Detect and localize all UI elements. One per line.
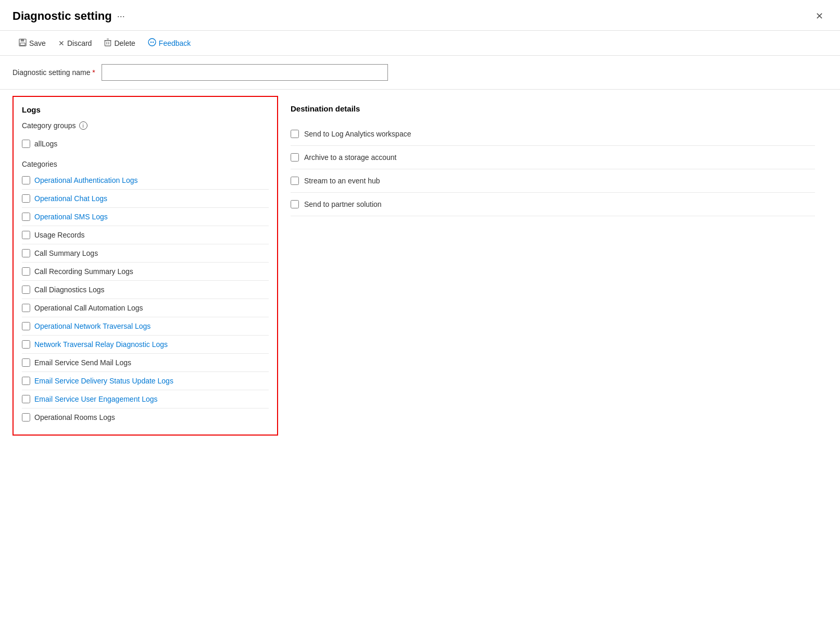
category-checkbox[interactable]	[22, 395, 30, 403]
category-item: Operational Authentication Logs	[22, 171, 269, 190]
category-checkbox[interactable]	[22, 267, 30, 276]
category-item: Call Recording Summary Logs	[22, 263, 269, 281]
category-checkbox[interactable]	[22, 249, 30, 257]
destination-checkbox[interactable]	[291, 177, 299, 185]
category-item: Operational Network Traversal Logs	[22, 317, 269, 336]
setting-name-label: Diagnostic setting name *	[12, 68, 95, 77]
category-label: Usage Records	[34, 231, 85, 239]
destination-label: Archive to a storage account	[304, 153, 396, 162]
page-container: Diagnostic setting ··· ✕ Save ✕ Discard	[0, 0, 840, 436]
setting-name-input[interactable]	[102, 64, 388, 81]
category-checkbox[interactable]	[22, 340, 30, 349]
toolbar: Save ✕ Discard Delete	[0, 31, 840, 56]
category-item: Email Service Delivery Status Update Log…	[22, 372, 269, 390]
required-star: *	[92, 68, 95, 77]
category-checkbox[interactable]	[22, 176, 30, 184]
category-item: Email Service Send Mail Logs	[22, 354, 269, 372]
destination-label: Stream to an event hub	[304, 177, 380, 185]
category-group-item: allLogs	[22, 135, 269, 153]
destination-panel: Destination details Send to Log Analytic…	[278, 96, 828, 436]
destination-panel-title: Destination details	[291, 104, 815, 113]
categories-header: Categories	[22, 160, 269, 168]
header: Diagnostic setting ··· ✕	[0, 0, 840, 31]
category-label: Email Service Delivery Status Update Log…	[34, 377, 173, 385]
header-left: Diagnostic setting ···	[12, 9, 125, 23]
category-item: Operational SMS Logs	[22, 208, 269, 226]
category-groups-label: Category groups	[22, 121, 76, 130]
destination-item: Stream to an event hub	[291, 169, 815, 193]
category-checkbox[interactable]	[22, 358, 30, 367]
destination-list: Send to Log Analytics workspace Archive …	[291, 122, 815, 216]
category-item: Network Traversal Relay Diagnostic Logs	[22, 336, 269, 354]
setting-name-row: Diagnostic setting name *	[0, 56, 840, 90]
category-label: Network Traversal Relay Diagnostic Logs	[34, 340, 168, 349]
save-label: Save	[29, 39, 46, 47]
category-item: Operational Call Automation Logs	[22, 299, 269, 317]
svg-point-9	[151, 42, 152, 43]
destination-label: Send to Log Analytics workspace	[304, 130, 411, 138]
logs-panel: Logs Category groups i allLogs Categorie…	[12, 96, 278, 436]
delete-button[interactable]: Delete	[98, 35, 141, 51]
categories-list: Operational Authentication Logs Operatio…	[22, 171, 269, 426]
save-button[interactable]: Save	[12, 35, 52, 51]
category-groups-list: allLogs	[22, 135, 269, 153]
main-content: Logs Category groups i allLogs Categorie…	[0, 90, 840, 436]
destination-checkbox[interactable]	[291, 153, 299, 162]
category-checkbox[interactable]	[22, 377, 30, 385]
logs-panel-title: Logs	[22, 105, 269, 114]
category-label: Email Service User Engagement Logs	[34, 395, 158, 403]
ellipsis-icon[interactable]: ···	[117, 11, 125, 22]
page-title: Diagnostic setting	[12, 9, 112, 23]
category-item: Call Summary Logs	[22, 244, 269, 263]
category-label: Call Diagnostics Logs	[34, 286, 105, 294]
category-checkbox[interactable]	[22, 213, 30, 221]
category-checkbox[interactable]	[22, 194, 30, 203]
categories-section: Categories Operational Authentication Lo…	[22, 160, 269, 426]
destination-item: Send to partner solution	[291, 193, 815, 216]
category-checkbox[interactable]	[22, 286, 30, 294]
category-checkbox[interactable]	[22, 413, 30, 421]
category-label: Operational SMS Logs	[34, 213, 108, 221]
category-label: Operational Chat Logs	[34, 194, 107, 203]
svg-rect-2	[20, 43, 25, 45]
category-checkbox[interactable]	[22, 231, 30, 239]
close-button[interactable]: ✕	[811, 8, 828, 24]
category-item: Usage Records	[22, 226, 269, 244]
svg-point-8	[148, 39, 156, 46]
destination-label: Send to partner solution	[304, 200, 382, 208]
discard-icon: ✕	[58, 39, 65, 47]
category-label: Email Service Send Mail Logs	[34, 358, 131, 367]
destination-checkbox[interactable]	[291, 130, 299, 138]
category-item: Operational Chat Logs	[22, 190, 269, 208]
feedback-label: Feedback	[159, 39, 191, 47]
category-label: Operational Network Traversal Logs	[34, 322, 151, 330]
category-groups-header: Category groups i	[22, 121, 269, 130]
category-item: Email Service User Engagement Logs	[22, 390, 269, 408]
feedback-button[interactable]: Feedback	[142, 35, 197, 51]
category-label: Operational Rooms Logs	[34, 413, 115, 421]
category-group-checkbox[interactable]	[22, 140, 30, 148]
category-checkbox[interactable]	[22, 322, 30, 330]
category-group-label: allLogs	[34, 140, 57, 148]
save-icon	[19, 39, 27, 48]
category-label: Call Recording Summary Logs	[34, 267, 133, 276]
category-label: Call Summary Logs	[34, 249, 98, 257]
category-label: Operational Authentication Logs	[34, 176, 137, 184]
svg-point-10	[153, 42, 154, 43]
category-item: Operational Rooms Logs	[22, 408, 269, 426]
category-label: Operational Call Automation Logs	[34, 304, 143, 312]
category-checkbox[interactable]	[22, 304, 30, 312]
destination-item: Send to Log Analytics workspace	[291, 122, 815, 146]
feedback-icon	[148, 38, 156, 48]
destination-checkbox[interactable]	[291, 200, 299, 208]
discard-button[interactable]: ✕ Discard	[52, 36, 98, 51]
svg-rect-3	[105, 40, 111, 45]
delete-label: Delete	[114, 39, 135, 47]
svg-rect-1	[21, 39, 24, 41]
discard-label: Discard	[67, 39, 92, 47]
info-icon[interactable]: i	[79, 121, 87, 130]
category-item: Call Diagnostics Logs	[22, 281, 269, 299]
destination-item: Archive to a storage account	[291, 146, 815, 169]
delete-icon	[104, 39, 111, 48]
